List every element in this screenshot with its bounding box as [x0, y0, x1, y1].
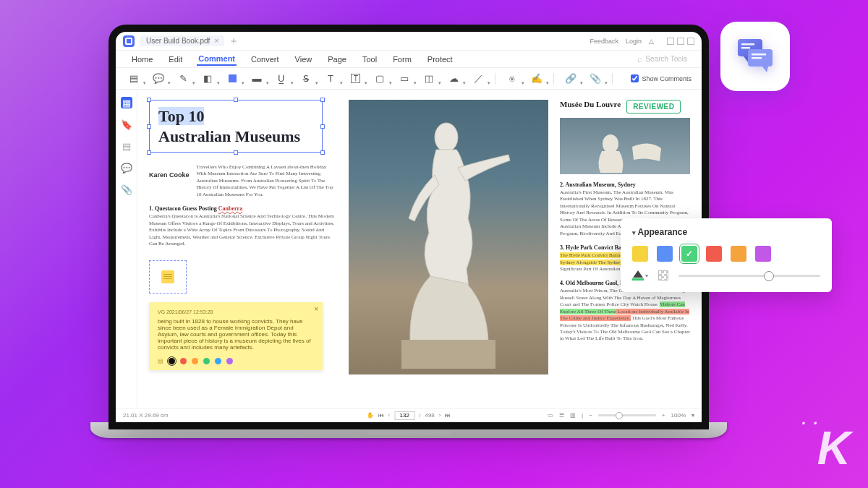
show-comments-checkbox[interactable] [631, 74, 639, 82]
eraser-tool[interactable]: ◧ [200, 72, 216, 86]
work-area: ▦🔖▤💬📎 Top 10 Australian Museums [116, 90, 702, 408]
signature-tool[interactable]: ✍ [529, 72, 545, 86]
menu-form[interactable]: Form [391, 53, 413, 65]
stamp-tool[interactable]: ⍟ [504, 72, 520, 86]
menu-tool[interactable]: Tool [361, 53, 378, 65]
sticky-color-2[interactable] [192, 358, 198, 364]
sticky-color-1[interactable] [180, 358, 187, 364]
sticky-color-3[interactable] [203, 358, 210, 364]
document-page: Top 10 Australian Museums Karen Cooke Tr… [137, 90, 702, 408]
right-heading-1: Musée Du Louvre [560, 100, 621, 109]
titlebar: User Build Book.pdf × ＋ Feedback Login △ [116, 32, 702, 51]
line-tool[interactable]: ／ [470, 72, 486, 86]
appearance-panel[interactable]: Appearance ▾ [621, 218, 832, 292]
sidebar-bookmark-icon[interactable]: 🔖 [121, 119, 132, 130]
swatch-4[interactable] [731, 246, 746, 262]
pencil-tool[interactable]: ✎ [175, 72, 191, 86]
view-continuous-icon[interactable]: ☰ [559, 412, 564, 419]
title-textbox[interactable]: Top 10 Australian Museums [149, 100, 323, 153]
menu-protect[interactable]: Protect [426, 53, 454, 65]
sticky-note[interactable]: × VG 2021/06/27 12:53:20 being built in … [149, 302, 323, 370]
swatch-2[interactable] [681, 246, 697, 262]
swatch-3[interactable] [706, 246, 722, 262]
page-navigator: ✋ ⏮ ‹ / 498 › ⏭ [367, 411, 451, 420]
shape-tool[interactable] [224, 72, 240, 86]
cloud-tool[interactable]: ☁ [446, 72, 461, 86]
callout-tool[interactable]: ◫ [421, 72, 437, 86]
attach-tool[interactable]: 📎 [587, 72, 603, 86]
menu-edit[interactable]: Edit [167, 53, 184, 65]
zoom-in-button[interactable]: + [662, 412, 665, 419]
area-tool[interactable]: ▢ [372, 72, 388, 86]
last-page-button[interactable]: ⏭ [445, 412, 451, 419]
sidebar-comments-icon[interactable]: 💬 [121, 162, 132, 174]
maximize-button[interactable] [677, 38, 684, 45]
close-tab-icon[interactable]: × [214, 37, 218, 45]
sticky-drag-icon[interactable]: ▤ [158, 358, 163, 364]
chat-app-icon [720, 22, 790, 91]
appearance-title: Appearance [632, 227, 820, 237]
rect-tool[interactable]: ▭ [396, 72, 412, 86]
sticky-color-5[interactable] [226, 358, 233, 364]
sticky-color-row: ▤ [158, 358, 314, 364]
show-comments-toggle[interactable]: Show Comments [631, 74, 692, 82]
sidebar-layers-icon[interactable]: ▤ [121, 140, 132, 152]
highlighter-tool[interactable]: ▬ [249, 72, 265, 86]
close-button[interactable] [687, 38, 694, 45]
svg-point-0 [435, 123, 458, 152]
menu-view[interactable]: View [294, 53, 314, 65]
login-link[interactable]: Login [626, 38, 642, 45]
next-page-button[interactable]: › [439, 412, 441, 419]
menu-convert[interactable]: Convert [250, 53, 281, 65]
sidebar-thumbnails-icon[interactable]: ▦ [121, 97, 132, 108]
app-icon [123, 35, 135, 47]
page-dimensions: 21.01 X 29.69 cm [123, 412, 169, 419]
notification-icon[interactable]: △ [649, 38, 654, 45]
zoom-out-button[interactable]: − [589, 412, 592, 419]
window-controls [667, 38, 694, 45]
text-tool[interactable]: T [323, 72, 339, 86]
sticky-close-icon[interactable]: × [314, 305, 318, 313]
note-tool[interactable]: ▤ [126, 72, 142, 86]
textbox-tool[interactable]: 🅃 [347, 72, 363, 86]
opacity-slider[interactable] [678, 275, 820, 277]
page-input[interactable] [394, 411, 414, 420]
doc-title: Top 10 Australian Museums [158, 106, 313, 146]
fill-color-picker[interactable]: ▾ [632, 270, 648, 281]
search-tools[interactable]: Search Tools [637, 54, 687, 64]
laptop-base [90, 422, 727, 438]
app-window: User Build Book.pdf × ＋ Feedback Login △… [116, 32, 702, 422]
laptop-mockup: User Build Book.pdf × ＋ Feedback Login △… [116, 32, 702, 444]
comment-tool[interactable]: 💬 [150, 72, 166, 86]
view-facing-icon[interactable]: ▥ [570, 412, 576, 419]
underline-tool[interactable]: U̲ [273, 72, 289, 86]
swatch-0[interactable] [632, 246, 648, 262]
swatch-5[interactable] [755, 246, 771, 262]
sticky-note-icon [161, 270, 174, 283]
menu-home[interactable]: Home [130, 53, 154, 65]
minimize-button[interactable] [667, 38, 674, 45]
menu-comment[interactable]: Comment [197, 53, 237, 66]
sticky-color-4[interactable] [215, 358, 221, 364]
strike-tool[interactable]: S̶ [298, 72, 314, 86]
new-tab-button[interactable]: ＋ [229, 35, 239, 48]
feedback-link[interactable]: Feedback [590, 38, 618, 45]
sticky-color-0[interactable] [169, 358, 175, 364]
watermark-logo: K [817, 421, 848, 475]
page-col-mid [349, 100, 548, 403]
sticky-body: being built in 1828 to house working con… [158, 318, 314, 351]
sidebar-attachments-icon[interactable]: 📎 [121, 184, 132, 195]
hand-tool-icon[interactable]: ✋ [367, 412, 374, 419]
svg-rect-6 [741, 47, 750, 49]
note-drop-target[interactable] [149, 260, 187, 294]
reviewed-stamp: REVIEWED [626, 100, 681, 114]
view-single-icon[interactable]: ▭ [548, 412, 553, 419]
zoom-slider[interactable] [598, 414, 656, 416]
swatch-1[interactable] [657, 246, 673, 262]
zoom-value: 100% [671, 412, 686, 419]
link-tool[interactable]: 🔗 [563, 72, 579, 86]
first-page-button[interactable]: ⏮ [378, 412, 384, 419]
menu-page[interactable]: Page [326, 53, 348, 65]
document-tab[interactable]: User Build Book.pdf × [140, 35, 224, 46]
prev-page-button[interactable]: ‹ [388, 412, 391, 419]
